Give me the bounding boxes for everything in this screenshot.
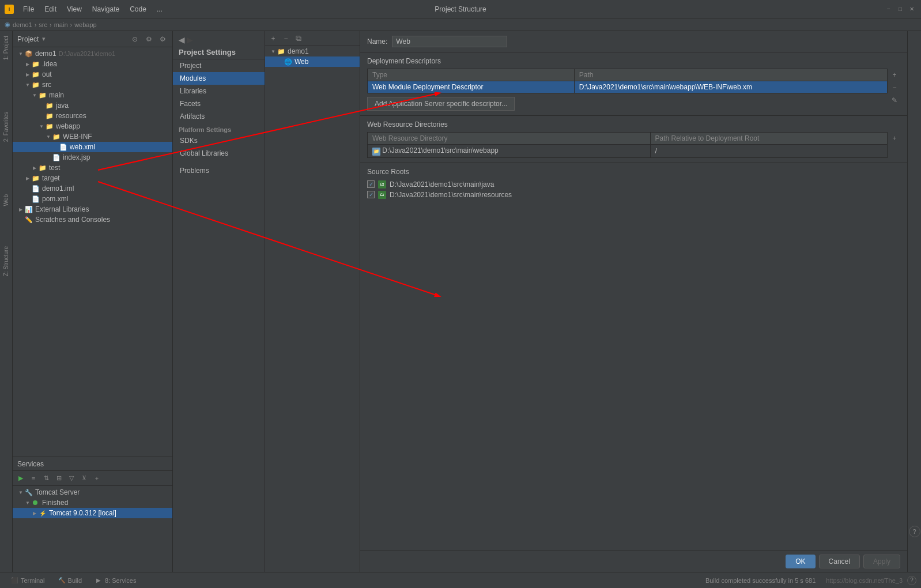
breadcrumb-src[interactable]: src (39, 21, 47, 28)
gear-icon[interactable]: ⚙ (157, 34, 168, 44)
tree-item-demo1iml[interactable]: ▶ 📄 demo1.iml (13, 183, 172, 194)
menu-navigate[interactable]: Navigate (88, 4, 124, 14)
tree-item-webapp[interactable]: ▼ 📁 webapp (13, 121, 172, 131)
services-align-center-button[interactable]: ⇅ (40, 473, 52, 484)
sidebar-project-label[interactable]: 1: Project (2, 33, 10, 62)
tree-item-demo1[interactable]: ▼ 📦 demo1 D:\Java2021\demo1 (13, 48, 172, 59)
breadcrumb: ◉ demo1 › src › main › webapp (0, 18, 921, 31)
bottom-help-button[interactable]: ? (907, 576, 916, 585)
build-icon: 🔨 (58, 576, 66, 585)
cancel-button[interactable]: Cancel (819, 555, 860, 568)
nav-item-libraries[interactable]: Libraries (173, 85, 265, 97)
out-folder-icon: 📁 (31, 70, 40, 79)
tree-item-webxml[interactable]: ▶ 📄 web.xml (13, 142, 172, 152)
dep-desc-edit-button[interactable]: ✎ (889, 94, 900, 107)
tree-item-webinf[interactable]: ▼ 📁 WEB-INF (13, 131, 172, 142)
table-row[interactable]: 📁 D:\Java2021\demo1\src\main\webapp / (368, 145, 888, 158)
web-path-header: Path Relative to Deployment Root (650, 133, 887, 145)
services-item-tomcat9[interactable]: ▶ ⚡ Tomcat 9.0.312 [local] (13, 508, 172, 518)
web-res-add-button[interactable]: + (889, 132, 900, 145)
nav-item-project[interactable]: Project (173, 59, 265, 72)
sidebar-favorites-label[interactable]: 2: Favorites (2, 110, 10, 144)
table-row[interactable]: Web Module Deployment Descriptor D:\Java… (368, 81, 888, 93)
tree-label-webinf: WEB-INF (63, 133, 92, 141)
apply-button[interactable]: Apply (863, 555, 900, 568)
arrow-tomcat9: ▶ (31, 511, 38, 516)
build-label: Build (68, 577, 82, 584)
name-input[interactable] (392, 36, 507, 47)
menu-view[interactable]: View (62, 4, 86, 14)
services-filter-button[interactable]: ▽ (66, 473, 77, 484)
nav-item-facets[interactable]: Facets (173, 97, 265, 110)
tree-item-target[interactable]: ▶ 📁 target (13, 173, 172, 183)
nav-item-sdks[interactable]: SDKs (173, 134, 265, 147)
module-add-button[interactable]: + (267, 33, 279, 44)
tree-item-scratches[interactable]: ▶ ✏️ Scratches and Consoles (13, 214, 172, 225)
help-button[interactable]: ? (909, 526, 920, 537)
services-tree: ▼ 🔧 Tomcat Server ▼ Finished (13, 486, 172, 572)
scratches-icon: ✏️ (24, 215, 33, 224)
services-tab[interactable]: ▶ 8: Services (89, 575, 142, 586)
tree-item-extlibs[interactable]: ▶ 📊 External Libraries (13, 204, 172, 214)
nav-item-artifacts[interactable]: Artifacts (173, 110, 265, 123)
menu-file[interactable]: File (18, 4, 39, 14)
tree-label-demo1iml: demo1.iml (42, 184, 74, 193)
tree-item-pomxml[interactable]: ▶ 📄 pom.xml (13, 194, 172, 204)
menu-more[interactable]: ... (152, 4, 167, 14)
source-root-checkbox-0[interactable] (367, 180, 375, 188)
services-sort-button[interactable]: ⊻ (78, 473, 90, 484)
tree-label-resources: resources (56, 112, 86, 120)
help-url[interactable]: https://blog.csdn.net/The_3 (826, 577, 903, 584)
dep-desc-remove-button[interactable]: − (889, 81, 900, 94)
close-button[interactable]: ✕ (907, 5, 916, 14)
app-icon: I (5, 5, 14, 14)
module-tree-demo1[interactable]: ▼ 📁 demo1 (265, 46, 360, 56)
nav-item-global-libraries[interactable]: Global Libraries (173, 147, 265, 160)
nav-forward-button[interactable]: ▶ (187, 36, 192, 44)
services-add-button[interactable]: + (91, 473, 103, 484)
services-play-button[interactable]: ▶ (15, 473, 27, 484)
services-align-left-button[interactable]: ≡ (28, 473, 39, 484)
module-tree-panel: + − ⧉ ▼ 📁 demo1 ▶ 🌐 Web (265, 31, 360, 572)
tree-item-out[interactable]: ▶ 📁 out (13, 69, 172, 80)
settings-button[interactable]: ⚙ (144, 34, 154, 44)
services-grid-button[interactable]: ⊞ (53, 473, 65, 484)
tree-item-idea[interactable]: ▶ 📁 .idea (13, 59, 172, 69)
menu-edit[interactable]: Edit (40, 4, 61, 14)
webinf-folder-icon: 📁 (52, 132, 61, 141)
content-panel: Name: Deployment Descriptors Type Path (360, 31, 907, 572)
minimize-button[interactable]: − (884, 5, 893, 14)
tree-item-indexjsp[interactable]: ▶ 📄 index.jsp (13, 152, 172, 163)
tree-item-java[interactable]: ▶ 📁 java (13, 100, 172, 111)
breadcrumb-demo1[interactable]: demo1 (13, 21, 32, 28)
nav-back-button[interactable]: ◀ (179, 36, 184, 44)
breadcrumb-main[interactable]: main (54, 21, 68, 28)
module-copy-button[interactable]: ⧉ (293, 33, 304, 44)
module-tree-web[interactable]: ▶ 🌐 Web (265, 56, 360, 67)
menu-bar: File Edit View Navigate Code ... (18, 4, 167, 14)
sidebar-structure-label[interactable]: Z: Structure (2, 244, 10, 278)
build-tab[interactable]: 🔨 Build (52, 575, 88, 586)
idea-folder-icon: 📁 (31, 59, 40, 69)
menu-code[interactable]: Code (125, 4, 151, 14)
sidebar-web-label[interactable]: Web (2, 192, 10, 208)
ok-button[interactable]: OK (786, 555, 815, 568)
tree-item-test[interactable]: ▶ 📁 test (13, 163, 172, 173)
services-item-tomcat[interactable]: ▼ 🔧 Tomcat Server (13, 487, 172, 497)
source-root-checkbox-1[interactable] (367, 191, 375, 198)
test-folder-icon: 📁 (38, 163, 47, 172)
tree-item-main[interactable]: ▼ 📁 main (13, 90, 172, 100)
services-item-finished[interactable]: ▼ Finished (13, 497, 172, 508)
add-descriptor-button[interactable]: Add Application Server specific descript… (367, 97, 515, 111)
nav-item-modules[interactable]: Modules (173, 72, 265, 85)
dep-desc-add-button[interactable]: + (889, 69, 900, 81)
tree-item-resources[interactable]: ▶ 📁 resources (13, 111, 172, 121)
scope-button[interactable]: ⊙ (130, 34, 140, 44)
module-remove-button[interactable]: − (280, 33, 292, 44)
nav-item-problems[interactable]: Problems (173, 164, 265, 177)
terminal-tab[interactable]: ⬛ Terminal (5, 575, 51, 586)
maximize-button[interactable]: □ (896, 5, 905, 14)
tree-item-src[interactable]: ▼ 📁 src (13, 80, 172, 90)
breadcrumb-webapp[interactable]: webapp (74, 21, 97, 28)
terminal-label: Terminal (21, 577, 45, 584)
